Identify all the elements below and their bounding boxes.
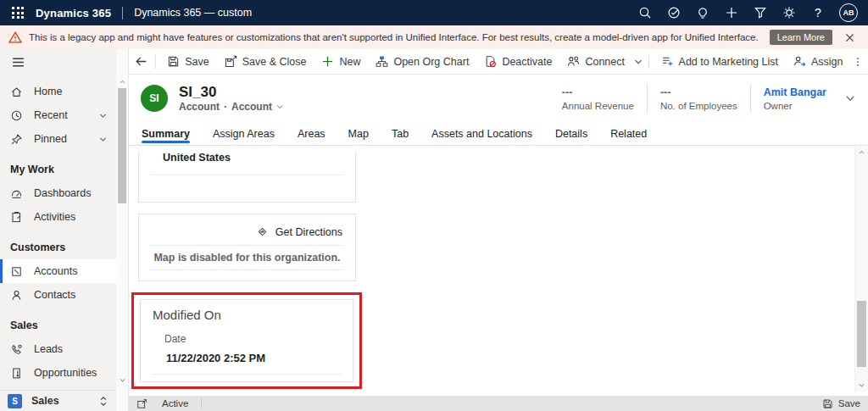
pin-icon xyxy=(10,133,23,146)
save-close-label: Save & Close xyxy=(242,56,307,68)
close-icon[interactable] xyxy=(839,27,860,47)
new-button[interactable]: New xyxy=(314,49,368,75)
map-disabled-message: Map is disabled for this organization. xyxy=(139,252,355,264)
sidebar-item-accounts[interactable]: Accounts xyxy=(0,259,116,283)
deactivate-button[interactable]: Deactivate xyxy=(476,49,559,75)
back-arrow-icon[interactable] xyxy=(132,49,151,75)
form-selector[interactable]: Account xyxy=(231,101,284,113)
divider xyxy=(122,7,123,19)
legacy-warning-banner: This is a legacy app and might have feat… xyxy=(0,25,868,49)
header-expand-chevron-icon[interactable] xyxy=(844,92,856,104)
record-header: SI SI_30 Account · Account --- xyxy=(129,75,868,122)
waffle-icon[interactable] xyxy=(12,7,24,19)
scroll-down-icon[interactable] xyxy=(116,376,128,384)
scroll-down-icon[interactable] xyxy=(855,381,868,389)
field-value: --- xyxy=(660,86,737,99)
chevron-down-icon[interactable] xyxy=(98,135,108,144)
tab-details[interactable]: Details xyxy=(555,122,587,145)
highlight-rectangle: Modified On Date 11/22/2020 2:52 PM xyxy=(131,292,362,389)
save-label: Save xyxy=(185,56,209,68)
assign-button[interactable]: Assign xyxy=(786,49,851,75)
add-icon[interactable] xyxy=(717,0,746,25)
command-bar: Save Save & Close New Open Org Chart Dea… xyxy=(129,49,868,75)
field-label: Owner xyxy=(764,101,826,111)
dynamics-window: Dynamics 365 Dynamics 365 — custom ? xyxy=(0,0,868,411)
sidebar-item-opportunities[interactable]: Opportunities xyxy=(0,361,116,385)
record-avatar: SI xyxy=(141,85,168,112)
person-icon xyxy=(10,289,23,302)
banner-message: This is a legacy app and might have feat… xyxy=(29,32,759,42)
tab-assign-areas[interactable]: Assign Areas xyxy=(213,122,275,145)
sidebar-item-label: Contacts xyxy=(34,289,75,301)
field-label: Annual Revenue xyxy=(562,101,634,111)
sidebar-item-activities[interactable]: Activities xyxy=(0,205,116,229)
assign-label: Assign xyxy=(811,56,843,68)
clock-icon xyxy=(10,109,23,122)
add-to-marketing-list-button[interactable]: Add to Marketing List xyxy=(654,49,786,75)
scrollbar-thumb[interactable] xyxy=(857,301,866,367)
search-icon[interactable] xyxy=(631,0,659,25)
chevron-down-icon[interactable] xyxy=(632,49,644,75)
divider xyxy=(155,55,156,69)
scrollbar-thumb[interactable] xyxy=(118,88,126,203)
top-nav-bar: Dynamics 365 Dynamics 365 — custom ? xyxy=(0,0,868,25)
environment-name[interactable]: Dynamics 365 — custom xyxy=(134,7,252,19)
content-scrollbar[interactable] xyxy=(854,146,868,392)
task-check-icon[interactable] xyxy=(659,0,688,25)
sidebar-item-recent[interactable]: Recent xyxy=(0,103,116,127)
sidebar-item-label: Accounts xyxy=(34,265,77,277)
statusbar-save-button[interactable]: Save xyxy=(822,398,860,409)
new-label: New xyxy=(339,56,360,68)
menu-icon[interactable] xyxy=(0,49,116,75)
scroll-up-icon[interactable] xyxy=(855,148,868,156)
save-and-close-button[interactable]: Save & Close xyxy=(217,49,314,75)
divider xyxy=(152,374,342,375)
tab-tab[interactable]: Tab xyxy=(392,122,409,145)
chevron-down-icon[interactable] xyxy=(98,111,108,120)
sidebar-item-label: Recent xyxy=(34,109,68,121)
save-button[interactable]: Save xyxy=(159,49,217,75)
home-icon xyxy=(10,86,23,98)
date-field-value[interactable]: 11/22/2020 2:52 PM xyxy=(166,352,353,364)
form-name: Account xyxy=(231,101,272,113)
modified-on-title: Modified On xyxy=(153,308,353,322)
popout-icon[interactable] xyxy=(136,398,147,409)
record-entity: Account xyxy=(179,101,220,113)
filter-icon[interactable] xyxy=(746,0,775,25)
tab-assets-and-locations[interactable]: Assets and Locations xyxy=(431,122,532,145)
settings-gear-icon[interactable] xyxy=(775,0,804,25)
more-commands-icon[interactable] xyxy=(851,49,865,75)
dashboard-gauge-icon xyxy=(10,187,23,200)
tab-related[interactable]: Related xyxy=(610,122,647,145)
connect-button[interactable]: Connect xyxy=(559,49,632,75)
tab-areas[interactable]: Areas xyxy=(298,122,326,145)
scroll-up-icon[interactable] xyxy=(116,78,128,86)
sidebar-section-sales: Sales xyxy=(0,307,116,337)
tab-map[interactable]: Map xyxy=(348,122,369,145)
warning-icon xyxy=(8,31,22,44)
deactivate-icon xyxy=(484,55,497,68)
sidebar-item-home[interactable]: Home xyxy=(0,80,116,103)
divider xyxy=(150,269,344,270)
avatar[interactable]: AB xyxy=(839,3,858,22)
sidebar-item-contacts[interactable]: Contacts xyxy=(0,283,116,307)
header-field-employees: --- No. of Employees xyxy=(648,86,750,110)
learn-more-button[interactable]: Learn More xyxy=(770,30,832,45)
lightbulb-icon[interactable] xyxy=(688,0,717,25)
sidebar-item-pinned[interactable]: Pinned xyxy=(0,127,116,151)
tab-summary[interactable]: Summary xyxy=(142,122,190,145)
open-org-chart-label: Open Org Chart xyxy=(393,56,469,68)
sidebar-scrollbar[interactable] xyxy=(116,49,129,411)
help-icon[interactable]: ? xyxy=(804,0,832,25)
directions-icon[interactable] xyxy=(256,225,269,238)
opportunity-icon xyxy=(10,367,23,380)
sidebar-item-leads[interactable]: Leads xyxy=(0,337,116,361)
app-title[interactable]: Dynamics 365 xyxy=(36,7,111,19)
form-content: United States Get Directions Map is disa… xyxy=(129,146,868,396)
area-switcher[interactable]: S Sales xyxy=(0,390,116,411)
owner-link[interactable]: Amit Bangar xyxy=(764,86,826,99)
sidebar-item-dashboards[interactable]: Dashboards xyxy=(0,181,116,205)
get-directions-button[interactable]: Get Directions xyxy=(275,226,342,238)
open-org-chart-button[interactable]: Open Org Chart xyxy=(368,49,476,75)
country-value: United States xyxy=(163,152,355,164)
